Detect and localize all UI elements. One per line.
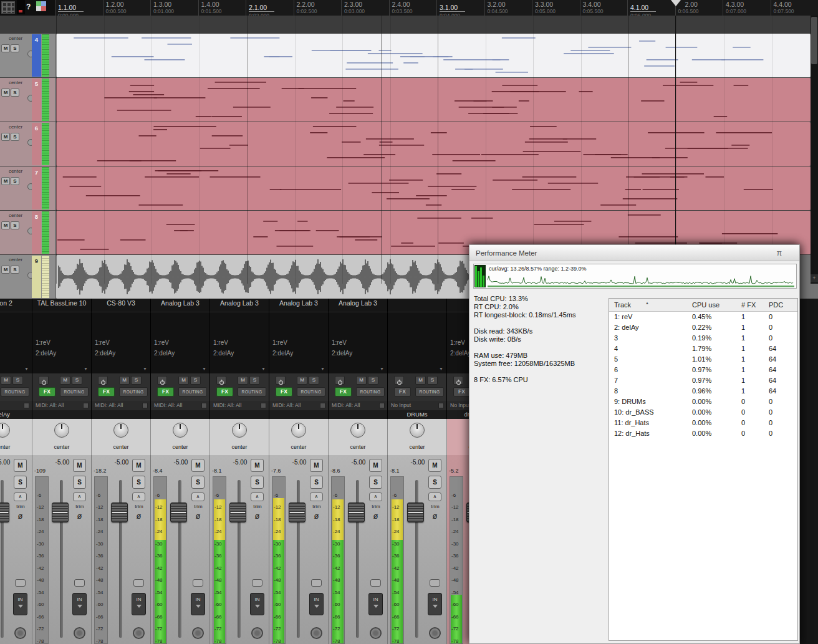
mute-button[interactable]: M (1, 376, 11, 385)
solo-button[interactable]: S (72, 376, 82, 385)
perf-table-row[interactable]: 4 1.79% 1 64 (609, 344, 797, 354)
solo-button[interactable]: S (427, 376, 438, 385)
routing-button[interactable]: ROUTING (297, 387, 325, 396)
track-mute-button[interactable]: M (1, 177, 10, 185)
pan-knob[interactable] (350, 423, 365, 438)
input-gain-button[interactable]: IN (13, 593, 27, 615)
input-monitor-icon[interactable] (83, 403, 89, 408)
mute-button[interactable]: M (238, 376, 248, 385)
ruler-cell[interactable]: 2.4.00 0:03.500 (389, 0, 437, 16)
fx-slot[interactable] (388, 337, 446, 348)
phase-button[interactable]: ø (251, 511, 264, 522)
input-monitor-icon[interactable] (142, 403, 148, 408)
fx-power-button[interactable] (394, 376, 404, 385)
track-solo-button[interactable]: S (11, 44, 19, 52)
width-button[interactable] (193, 579, 203, 587)
routing-button[interactable]: ROUTING (1, 387, 29, 396)
track-color-badge[interactable]: 8 (32, 211, 41, 254)
input-gain-button[interactable]: IN (368, 593, 383, 615)
fx-slot[interactable]: 2:delAy (269, 348, 328, 358)
perf-table-row[interactable]: 6 0.97% 1 64 (609, 365, 797, 375)
fx-button[interactable]: FX (276, 387, 292, 396)
phase-button[interactable]: ø (369, 511, 382, 522)
track-name[interactable] (151, 410, 210, 419)
fx-button[interactable]: FX (157, 387, 174, 396)
fader-handle[interactable] (170, 502, 187, 522)
track-name[interactable] (32, 410, 92, 419)
fx-button[interactable]: FX (39, 387, 55, 396)
ruler-cell[interactable]: 4.3.00 0:07.000 (723, 0, 771, 16)
input-selector[interactable]: MIDI: All: All (269, 401, 329, 410)
window-title-bar[interactable]: Performance Meter π (469, 245, 799, 261)
routing-button[interactable]: ROUTING (356, 387, 385, 396)
ruler-cell[interactable]: 4.4.00 0:07.500 (771, 0, 818, 16)
phase-button[interactable]: ø (310, 511, 323, 522)
solo-button[interactable]: S (190, 376, 201, 385)
track-mute-button[interactable]: M (1, 89, 10, 97)
strip-record-arm-button[interactable] (192, 627, 204, 639)
strip-record-arm-button[interactable] (370, 627, 382, 639)
fx-list[interactable]: 1:reV 2:delAy ▼ (92, 312, 151, 373)
track-color-badge[interactable]: 4 (32, 34, 41, 77)
track-solo-button[interactable]: S (11, 133, 19, 141)
track-color-badge[interactable]: 6 (32, 123, 41, 165)
mute-button[interactable]: M (60, 376, 70, 385)
mute-button[interactable]: M (356, 376, 367, 385)
input-selector[interactable]: No Input (0, 401, 32, 410)
fx-list[interactable]: 1:reV 2:delAy ▼ (269, 312, 329, 373)
fx-slot[interactable]: 1:reV (92, 337, 150, 348)
strip-mute-button[interactable]: M (73, 459, 86, 472)
docker-grid-icon[interactable] (1, 1, 15, 14)
strip-solo-button[interactable]: S (310, 476, 323, 489)
zoom-button[interactable]: + (811, 274, 818, 282)
input-gain-button[interactable]: IN (428, 593, 442, 615)
fold-button[interactable]: ∧ (251, 493, 264, 501)
fader-handle[interactable] (0, 502, 9, 522)
fx-dropdown-icon[interactable]: ▼ (380, 367, 384, 371)
width-button[interactable] (74, 579, 85, 587)
track-name[interactable] (210, 410, 269, 419)
track-solo-button[interactable]: S (11, 89, 19, 97)
fx-button[interactable]: FX (98, 387, 115, 396)
fx-slot[interactable]: 1:reV (210, 337, 269, 348)
fx-slot[interactable]: 2:delAy (92, 348, 150, 358)
col-fx[interactable]: # FX (736, 299, 764, 311)
media-item[interactable] (56, 34, 811, 77)
fx-slot[interactable]: 1:reV (329, 337, 387, 348)
perf-table-row[interactable]: 7 0.97% 1 64 (609, 375, 797, 386)
input-selector[interactable]: No Input (388, 401, 447, 410)
fx-button[interactable]: FX (216, 387, 233, 396)
perf-table-row[interactable]: 11: dr_Hats 0.00% 0 0 (609, 418, 797, 428)
vscroll-thumb[interactable] (811, 17, 817, 64)
ruler-cell[interactable]: 3.1.00 0:04.000 (436, 0, 484, 16)
strip-mute-button[interactable]: M (14, 459, 27, 472)
ruler-cells[interactable]: 1.1.00 0:00.000 1.2.00 0:00.500 1.3.00 0… (55, 0, 818, 16)
fx-dropdown-icon[interactable]: ▼ (24, 367, 29, 371)
pan-knob[interactable] (54, 423, 69, 438)
solo-button[interactable]: S (309, 376, 319, 385)
phase-button[interactable]: ø (191, 511, 205, 522)
fx-slot[interactable] (388, 348, 446, 358)
perf-table-row[interactable]: 5 1.01% 1 64 (609, 354, 797, 365)
perf-table-row[interactable]: 2: delAy 0.22% 1 0 (609, 322, 797, 333)
strip-record-arm-button[interactable] (429, 627, 441, 639)
input-selector[interactable]: MIDI: All: All (329, 401, 388, 410)
input-monitor-icon[interactable] (379, 403, 385, 408)
fx-power-button[interactable] (276, 376, 286, 385)
fx-button[interactable]: FX (394, 387, 411, 396)
ruler-cell[interactable]: 1.4.00 0:01.500 (198, 0, 246, 16)
track-mute-button[interactable]: M (1, 44, 10, 52)
track-name[interactable] (329, 410, 388, 419)
strip-solo-button[interactable]: S (428, 476, 441, 489)
fx-power-button[interactable] (216, 376, 226, 385)
fx-power-button[interactable] (335, 376, 345, 385)
track-panel[interactable]: center M S 7 (0, 166, 55, 210)
input-gain-button[interactable]: IN (191, 593, 205, 615)
fx-list[interactable]: 1:reV 2:delAy ▼ (32, 312, 92, 373)
input-selector[interactable]: MIDI: All: All (92, 401, 151, 410)
phase-button[interactable]: ø (14, 511, 27, 522)
fx-power-button[interactable] (98, 376, 108, 385)
ruler-cell[interactable]: 3.2.00 0:04.500 (484, 0, 532, 16)
fold-button[interactable]: ∧ (14, 493, 27, 501)
input-selector[interactable]: MIDI: All: All (32, 401, 92, 410)
